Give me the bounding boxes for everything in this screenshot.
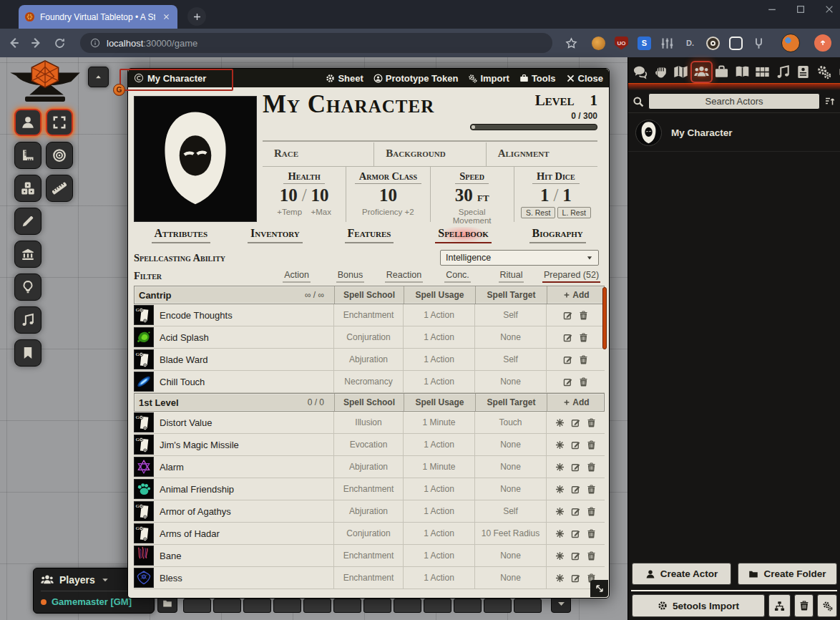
sidebar-tab-fist-icon[interactable] bbox=[653, 64, 668, 79]
character-portrait[interactable] bbox=[134, 96, 257, 222]
speed-block[interactable]: Speed 30 ft Special Movement bbox=[430, 167, 514, 222]
tools-button[interactable]: Tools bbox=[519, 73, 556, 84]
bookmark-star-icon[interactable] bbox=[565, 37, 577, 49]
edit-icon[interactable] bbox=[571, 507, 580, 516]
sidebar-collapse-icon[interactable] bbox=[836, 67, 840, 77]
field-background[interactable]: Background bbox=[373, 142, 485, 166]
tab-inventory[interactable]: Inventory bbox=[228, 227, 323, 247]
spell-row[interactable]: AlarmAbjuration1 MinuteNone bbox=[134, 456, 605, 478]
trash-icon[interactable] bbox=[579, 355, 588, 364]
macro-slot[interactable] bbox=[454, 599, 482, 613]
hit-dice-block[interactable]: Hit Dice 1/1 S. RestL. Rest bbox=[514, 167, 597, 222]
use-icon[interactable] bbox=[555, 573, 565, 583]
spell-name[interactable]: Animal Friendship bbox=[154, 484, 234, 495]
sidebar-tab-music-icon[interactable] bbox=[776, 64, 791, 79]
macro-slot[interactable] bbox=[394, 599, 421, 613]
actor-list-item[interactable]: My Character bbox=[628, 115, 840, 152]
section-slots[interactable]: 0 / 0 bbox=[308, 397, 334, 407]
tool-person-button[interactable] bbox=[14, 109, 41, 136]
armor-class-block[interactable]: Armor Class 10 Proficiency +2 bbox=[346, 167, 429, 222]
create-actor-button[interactable]: Create Actor bbox=[632, 563, 731, 585]
filter-reaction[interactable]: Reaction bbox=[377, 270, 431, 283]
window-maximize-icon[interactable] bbox=[796, 4, 806, 14]
edit-icon[interactable] bbox=[571, 418, 580, 427]
edit-icon[interactable] bbox=[571, 462, 580, 472]
s-restbutton[interactable]: S. Rest bbox=[521, 207, 555, 218]
use-icon[interactable] bbox=[555, 462, 565, 472]
spell-name[interactable]: Alarm bbox=[154, 462, 184, 473]
adblock-extension-icon[interactable]: UO bbox=[615, 37, 628, 50]
controls-collapse-button[interactable] bbox=[88, 67, 109, 87]
tab-close-icon[interactable] bbox=[160, 11, 172, 23]
filter-conc-[interactable]: Conc. bbox=[431, 270, 484, 283]
macro-slot[interactable] bbox=[514, 599, 542, 613]
use-icon[interactable] bbox=[555, 507, 565, 516]
reload-button-icon[interactable] bbox=[53, 37, 66, 49]
spellcasting-ability-select[interactable]: Intelligence bbox=[440, 250, 599, 266]
spell-row[interactable]: BlessEnchantment1 ActionNone bbox=[134, 567, 605, 589]
browser-update-button[interactable] bbox=[814, 34, 831, 52]
macro-slots[interactable] bbox=[183, 599, 542, 613]
macro-slot[interactable] bbox=[273, 599, 301, 613]
spell-row[interactable]: GDistort ValueIllusion1 MinuteTouch bbox=[134, 412, 605, 434]
macro-slot[interactable] bbox=[363, 599, 391, 613]
create-folder-button[interactable]: Create Folder bbox=[738, 563, 837, 585]
tool-temple-button[interactable] bbox=[14, 241, 41, 268]
macro-slot[interactable] bbox=[424, 599, 451, 613]
speed-value[interactable]: 30 bbox=[455, 185, 473, 205]
tool-dice-button[interactable] bbox=[14, 175, 41, 202]
add-spell-button[interactable]: Add bbox=[563, 290, 589, 300]
spell-alarm-icon[interactable] bbox=[134, 457, 154, 477]
forward-button-icon[interactable] bbox=[30, 37, 43, 49]
macro-slot[interactable] bbox=[183, 599, 211, 613]
macro-slot[interactable] bbox=[484, 599, 512, 613]
edit-icon[interactable] bbox=[571, 529, 580, 538]
field-race[interactable]: Race bbox=[263, 142, 373, 166]
hp-temp-label[interactable]: +Temp bbox=[277, 208, 302, 216]
spell-row[interactable]: GBlade WardAbjuration1 ActionSelf bbox=[134, 349, 605, 371]
sidebar-tab-table-icon[interactable] bbox=[755, 64, 770, 79]
edit-icon[interactable] bbox=[563, 355, 572, 364]
chevron-down-icon[interactable] bbox=[101, 576, 109, 584]
filter-action[interactable]: Action bbox=[270, 270, 323, 283]
use-icon[interactable] bbox=[555, 440, 565, 450]
sheet-window-header[interactable]: My Character SheetPrototype TokenImportT… bbox=[128, 69, 609, 87]
trash-icon[interactable] bbox=[587, 462, 596, 472]
recorder-extension-icon[interactable] bbox=[706, 37, 720, 50]
edit-icon[interactable] bbox=[571, 485, 580, 494]
use-icon[interactable] bbox=[555, 529, 565, 538]
tool-bookmark-button[interactable] bbox=[14, 339, 41, 367]
trash-icon[interactable] bbox=[587, 440, 596, 450]
filter-prepared-52-[interactable]: Prepared (52) bbox=[538, 270, 605, 283]
settings-button[interactable] bbox=[817, 594, 837, 617]
edit-icon[interactable] bbox=[563, 377, 572, 387]
search-actors-input[interactable] bbox=[648, 93, 820, 110]
hp-current[interactable]: 10 bbox=[280, 185, 298, 205]
spell-scroll-icon[interactable]: G bbox=[134, 523, 154, 543]
add-spell-button[interactable]: Add bbox=[563, 397, 589, 407]
cookie-extension-icon[interactable] bbox=[592, 37, 605, 50]
sheet-button[interactable]: Sheet bbox=[326, 73, 363, 84]
edit-icon[interactable] bbox=[563, 333, 572, 342]
macro-slot[interactable] bbox=[243, 599, 271, 613]
macro-slot[interactable] bbox=[303, 599, 331, 613]
sidebar-tab-gears-icon[interactable] bbox=[816, 64, 831, 79]
spell-row[interactable]: GArms of HadarConjuration1 Action10 Feet… bbox=[134, 523, 605, 545]
tool-pencil-button[interactable] bbox=[14, 208, 41, 235]
use-icon[interactable] bbox=[555, 551, 565, 561]
special-movement-label[interactable]: Special Movement bbox=[431, 208, 514, 225]
hp-tempmax-label[interactable]: +Max bbox=[311, 208, 331, 216]
prototype-token-button[interactable]: Prototype Token bbox=[373, 73, 459, 84]
filter-ritual[interactable]: Ritual bbox=[484, 270, 538, 283]
5etools-import-button[interactable]: 5etools Import bbox=[632, 594, 765, 617]
trash-icon[interactable] bbox=[579, 311, 588, 320]
delete-button[interactable] bbox=[794, 594, 814, 617]
spell-scroll-icon[interactable]: G bbox=[134, 412, 154, 432]
stylus-extension-icon[interactable]: S bbox=[638, 37, 651, 50]
spell-row[interactable]: Chill TouchNecromancy1 ActionNone bbox=[134, 371, 605, 393]
import-button[interactable]: Import bbox=[468, 73, 509, 84]
sidebar-tab-users-icon[interactable] bbox=[694, 64, 709, 79]
tool-bulb-button[interactable] bbox=[14, 273, 41, 301]
site-info-icon[interactable] bbox=[90, 38, 100, 48]
tool-music-button[interactable] bbox=[14, 306, 41, 334]
